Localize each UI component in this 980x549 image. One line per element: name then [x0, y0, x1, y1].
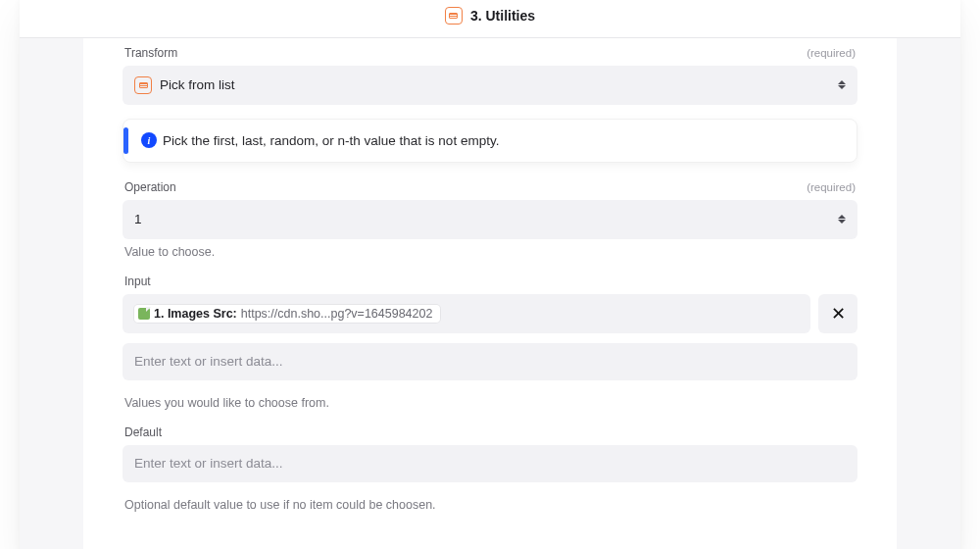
- utilities-app-icon-glyph: [139, 82, 148, 88]
- info-icon: i: [141, 132, 157, 148]
- input-label: Input: [124, 274, 151, 288]
- operation-dropdown[interactable]: 1: [122, 200, 858, 239]
- input-help: Values you would like to choose from.: [122, 390, 858, 412]
- sort-caret-icon: [836, 78, 848, 92]
- close-icon: ✕: [831, 303, 846, 324]
- transform-label: Transform: [124, 46, 177, 60]
- transform-field: Transform (required) Pick from list: [122, 46, 858, 105]
- default-label-row: Default: [122, 425, 858, 445]
- operation-label-row: Operation (required): [122, 180, 858, 200]
- utilities-app-icon-glyph: [449, 13, 458, 19]
- data-chip-value: https://cdn.sho...pg?v=1645984202: [241, 307, 433, 321]
- clear-input-button[interactable]: ✕: [818, 294, 858, 333]
- data-chip[interactable]: 1. Images Src: https://cdn.sho...pg?v=16…: [134, 305, 440, 323]
- info-callout: i Pick the first, last, random, or n-th …: [122, 119, 858, 163]
- input-value-box[interactable]: 1. Images Src: https://cdn.sho...pg?v=16…: [122, 294, 810, 333]
- operation-field: Operation (required) 1 Value to choose.: [122, 180, 858, 261]
- shopify-icon: [138, 308, 150, 320]
- default-input[interactable]: Enter text or insert data...: [122, 445, 858, 482]
- utilities-app-icon: [445, 7, 463, 25]
- info-callout-text: Pick the first, last, random, or n-th va…: [163, 133, 499, 148]
- operation-help: Value to choose.: [122, 239, 858, 261]
- default-placeholder: Enter text or insert data...: [134, 456, 283, 471]
- step-header: 3. Utilities: [20, 0, 960, 38]
- utilities-app-icon: [134, 76, 152, 94]
- config-panel: Transform (required) Pick from list i P: [83, 38, 897, 550]
- input-label-row: Input: [122, 274, 858, 294]
- default-help: Optional default value to use if no item…: [122, 492, 858, 514]
- transform-value: Pick from list: [160, 77, 235, 92]
- default-field: Default Enter text or insert data... Opt…: [122, 425, 858, 514]
- operation-label: Operation: [124, 180, 176, 194]
- operation-required-tag: (required): [807, 181, 856, 193]
- transform-dropdown[interactable]: Pick from list: [122, 66, 858, 105]
- transform-required-tag: (required): [807, 47, 856, 59]
- transform-label-row: Transform (required): [122, 46, 858, 66]
- body: Transform (required) Pick from list i P: [20, 38, 960, 550]
- window: 3. Utilities Transform (required) Pick f…: [20, 0, 960, 549]
- data-chip-label: 1. Images Src:: [154, 307, 237, 321]
- default-label: Default: [124, 425, 162, 439]
- operation-value: 1: [134, 212, 142, 226]
- sort-caret-icon: [836, 213, 848, 226]
- input-field: Input 1. Images Src: https://cdn.sho...p…: [122, 274, 858, 412]
- input-placeholder: Enter text or insert data...: [134, 354, 283, 369]
- step-title: 3. Utilities: [470, 8, 535, 24]
- input-add-value[interactable]: Enter text or insert data...: [122, 343, 858, 380]
